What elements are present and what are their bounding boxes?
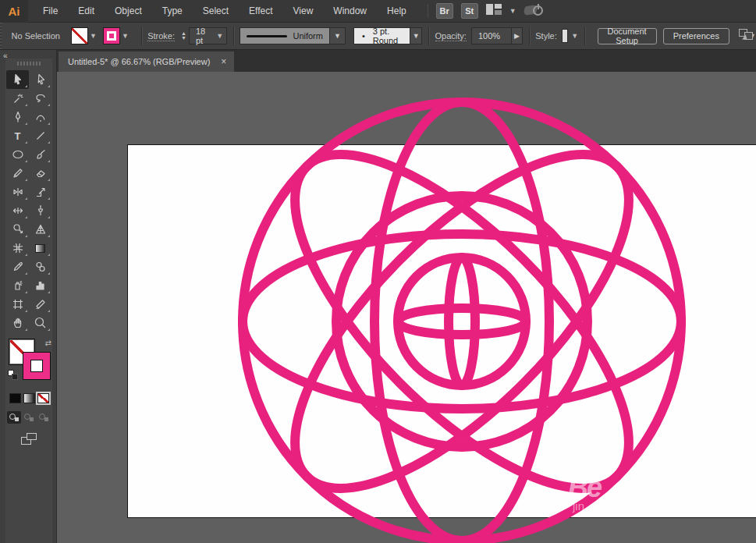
line-icon (34, 130, 47, 142)
default-fill-stroke-icon[interactable] (8, 370, 18, 380)
tool-symbol-sprayer[interactable] (6, 276, 29, 295)
none-button[interactable] (37, 393, 49, 403)
tool-eyedropper[interactable] (6, 257, 29, 276)
spray-can-icon (12, 279, 24, 292)
curvature-pen-icon (34, 111, 47, 123)
document-tab-bar: Untitled-5* @ 66.67% (RGB/Preview) × (57, 50, 756, 72)
tool-rotate[interactable] (6, 183, 29, 201)
fill-color-swatch[interactable] (71, 27, 88, 44)
tool-scale[interactable] (29, 183, 51, 201)
tool-direct-selection[interactable] (29, 70, 51, 89)
document-tab-title: Untitled-5* @ 66.67% (RGB/Preview) (68, 57, 210, 66)
stroke-weight-stepper[interactable]: ▲▼ (181, 31, 186, 41)
canvas-area[interactable]: Bē jin (57, 72, 756, 543)
scale-icon (34, 186, 47, 198)
width-profile-chevron[interactable]: ▼ (330, 27, 346, 44)
menu-item-select[interactable]: Select (193, 0, 239, 22)
gradient-button[interactable] (23, 393, 35, 403)
tool-pen[interactable] (6, 108, 29, 126)
tool-lasso[interactable] (29, 89, 51, 108)
swap-fill-stroke-icon[interactable]: ⇄ (45, 339, 51, 347)
chevron-down-icon[interactable]: ▼ (571, 32, 578, 40)
chevron-down-icon[interactable]: ▼ (216, 32, 223, 40)
tool-line-segment[interactable] (29, 126, 51, 145)
chevron-down-icon[interactable]: ▼ (90, 32, 97, 40)
stock-button[interactable]: St (461, 3, 478, 19)
tool-selection[interactable] (6, 70, 29, 89)
tool-mesh[interactable] (6, 239, 29, 257)
document-setup-button[interactable]: Document Setup (598, 28, 657, 44)
menu-item-effect[interactable]: Effect (239, 0, 282, 22)
chevron-down-icon[interactable]: ▼ (122, 32, 129, 40)
magic-wand-icon (12, 92, 24, 105)
menu-item-object[interactable]: Object (105, 0, 152, 22)
tool-grid: T (5, 70, 52, 332)
close-icon[interactable]: × (221, 57, 226, 66)
opacity-value: 100% (475, 31, 503, 41)
preferences-button[interactable]: Preferences (663, 28, 729, 44)
tool-width[interactable] (6, 201, 29, 220)
tool-eraser[interactable] (29, 164, 51, 183)
tool-artboard[interactable] (6, 295, 29, 314)
brush-chevron[interactable]: ▼ (410, 27, 422, 44)
tool-shaper[interactable] (6, 164, 29, 183)
menu-item-help[interactable]: Help (377, 0, 417, 22)
stroke-label[interactable]: Stroke: (147, 31, 175, 41)
pencil-icon (12, 167, 24, 179)
workspace-switcher-icon[interactable] (486, 4, 502, 18)
menubar-right: Br St ▼ (428, 3, 545, 19)
draw-normal-button[interactable] (7, 411, 21, 424)
stroke-profile-preview (247, 35, 287, 37)
eyedropper-icon (12, 261, 24, 273)
width-profile-value: Uniform (293, 31, 323, 41)
brush-dropdown[interactable]: • 3 pt. Round (353, 27, 410, 44)
menu-item-window[interactable]: Window (323, 0, 377, 22)
arrange-documents-icon[interactable] (739, 29, 744, 43)
mesh-icon (12, 242, 24, 254)
tool-magic-wand[interactable] (6, 89, 29, 108)
color-button[interactable] (9, 393, 21, 403)
stroke-weight-field[interactable]: 18 pt ▼ (189, 27, 227, 44)
opacity-label[interactable]: Opacity: (435, 31, 467, 41)
change-screen-mode-button[interactable] (21, 433, 37, 445)
panel-gripper[interactable] (17, 62, 41, 66)
tool-hand[interactable] (6, 314, 29, 332)
stroke-color-swatch[interactable] (103, 27, 120, 44)
opacity-expand-arrow[interactable]: ▶ (512, 27, 523, 44)
menu-item-view[interactable]: View (283, 0, 324, 22)
graphic-style-swatch[interactable] (562, 29, 569, 43)
control-bar: No Selection ▼ ▼ Stroke: ▲▼ 18 pt ▼ Unif… (0, 23, 756, 50)
menu-item-file[interactable]: File (33, 0, 68, 22)
draw-inside-button[interactable] (37, 411, 51, 424)
type-icon: T (15, 130, 21, 142)
chevron-down-icon[interactable]: ▼ (509, 7, 516, 15)
opacity-field[interactable]: 100% (471, 27, 512, 44)
width-profile-dropdown[interactable]: Uniform (240, 27, 330, 44)
reflect-icon (12, 186, 24, 198)
tool-puppet-warp[interactable] (29, 201, 51, 220)
tool-perspective-grid[interactable] (29, 220, 51, 239)
tool-slice[interactable] (29, 295, 51, 314)
bridge-button[interactable]: Br (436, 3, 453, 19)
menu-item-type[interactable]: Type (152, 0, 193, 22)
tool-paintbrush[interactable] (29, 145, 51, 164)
tool-type[interactable]: T (6, 126, 29, 145)
tool-blend[interactable] (29, 257, 51, 276)
color-mode-row (5, 393, 52, 403)
menu-item-edit[interactable]: Edit (68, 0, 105, 22)
tool-ellipse[interactable] (6, 145, 29, 164)
style-label[interactable]: Style: (535, 31, 557, 41)
tool-column-graph[interactable] (29, 276, 51, 295)
tool-shape-builder[interactable] (6, 220, 29, 239)
draw-behind-button[interactable] (22, 411, 36, 424)
app-logo[interactable]: Ai (0, 0, 28, 23)
tool-curvature[interactable] (29, 108, 51, 126)
panel-gripper (0, 23, 2, 49)
stroke-proxy-swatch[interactable] (23, 352, 51, 380)
document-tab[interactable]: Untitled-5* @ 66.67% (RGB/Preview) × (59, 51, 234, 72)
perspective-grid-icon (34, 223, 47, 236)
lasso-icon (34, 92, 47, 105)
tool-zoom[interactable] (29, 314, 51, 332)
tool-gradient[interactable] (29, 239, 51, 257)
cc-sync-icon (524, 3, 545, 19)
